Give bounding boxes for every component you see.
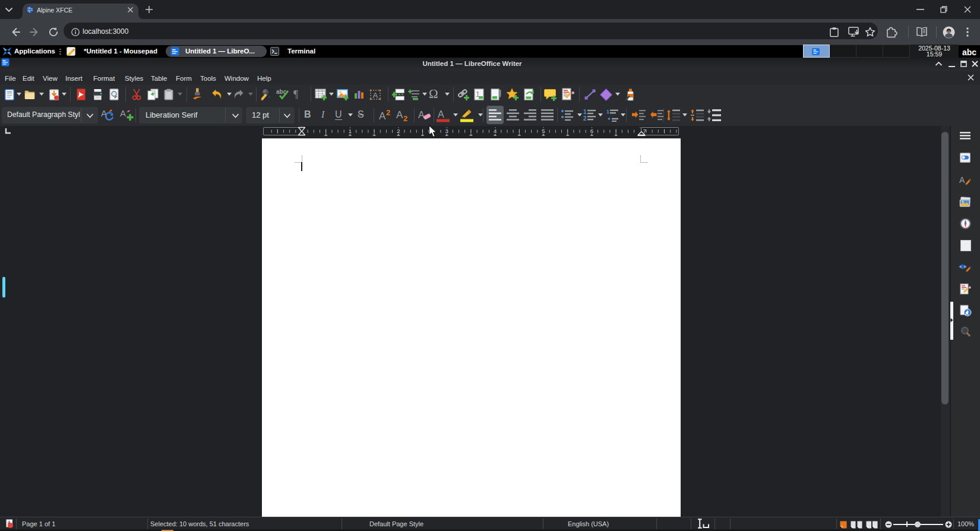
svg-text:2: 2 (386, 109, 390, 117)
svg-text:2: 2 (583, 115, 587, 122)
svg-text:A: A (438, 109, 444, 119)
svg-text:5: 5 (542, 128, 545, 134)
svg-text:A: A (959, 175, 965, 185)
svg-text:6: 6 (590, 128, 593, 134)
svg-text:3: 3 (445, 128, 448, 134)
svg-text:A: A (373, 91, 378, 100)
svg-text:1: 1 (606, 109, 609, 115)
svg-text:2: 2 (397, 128, 400, 134)
svg-text:1: 1 (349, 128, 352, 134)
svg-text:A: A (120, 108, 126, 118)
svg-text:¶: ¶ (293, 89, 298, 100)
svg-text:A: A (379, 110, 386, 121)
svg-text:1: 1 (583, 109, 587, 115)
svg-text:4: 4 (494, 128, 497, 134)
svg-text:A: A (396, 109, 403, 121)
svg-text:Ω: Ω (429, 88, 438, 101)
svg-text:2: 2 (403, 114, 407, 122)
svg-text:A: A (418, 110, 425, 120)
